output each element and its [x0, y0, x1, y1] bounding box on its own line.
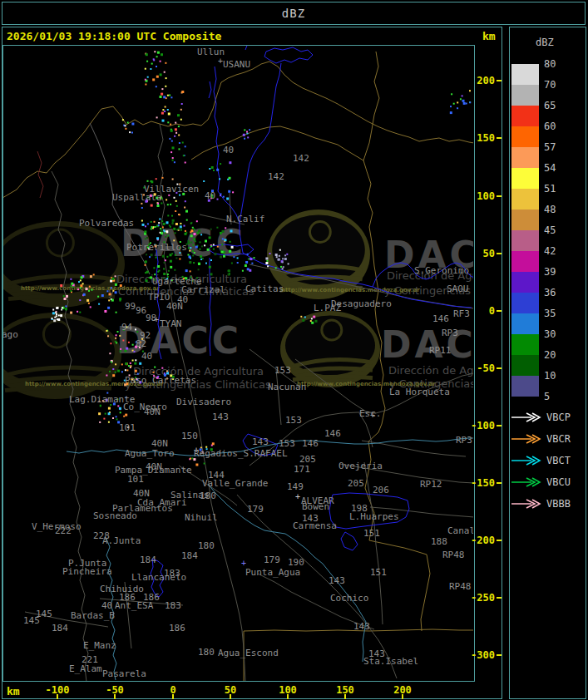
radar-echo-pixel: [246, 133, 248, 135]
y-axis-unit-label: km: [482, 30, 496, 42]
map-place-label: 188: [431, 537, 447, 546]
map-place-label: 40: [205, 191, 215, 200]
radar-echo-pixel: [106, 375, 107, 377]
radar-echo-pixel: [108, 407, 111, 410]
radar-echo-pixel: [132, 360, 134, 362]
radar-echo-pixel: [90, 306, 91, 308]
radar-echo-pixel: [171, 253, 173, 254]
map-place-label: Catitas: [245, 284, 284, 293]
radar-echo-pixel: [119, 407, 121, 410]
radar-echo-pixel: [103, 418, 105, 420]
radar-echo-pixel: [211, 166, 214, 169]
radar-echo-pixel: [77, 288, 79, 290]
radar-echo-pixel: [462, 95, 463, 96]
radar-echo-pixel: [286, 254, 288, 255]
map-place-label: 180: [200, 491, 216, 500]
radar-echo-pixel: [170, 124, 171, 126]
radar-echo-pixel: [209, 266, 211, 269]
map-place-label: Regadios_S.RAFAEL: [194, 449, 288, 458]
radar-echo-pixel: [164, 111, 166, 112]
radar-echo-pixel: [204, 463, 205, 465]
radar-echo-pixel: [146, 53, 148, 56]
radar-echo-pixel: [132, 350, 134, 352]
radar-echo-pixel: [194, 233, 196, 235]
legend-value-label: 60: [544, 121, 556, 132]
radar-echo-pixel: [204, 244, 205, 246]
map-place-label: N.Calif: [226, 214, 264, 224]
radar-echo-pixel: [168, 113, 170, 116]
radar-echo-pixel: [220, 195, 221, 196]
radar-echo-pixel: [194, 229, 195, 230]
vbbb-arrow-icon: [511, 498, 542, 510]
radar-echo-pixel: [136, 331, 138, 333]
map-viewport[interactable]: DACCDACCDACCDACCDirección de Agricultura…: [3, 46, 473, 681]
radar-echo-pixel: [167, 109, 169, 111]
radar-echo-pixel: [98, 412, 101, 415]
radar-echo-pixel: [180, 119, 182, 121]
radar-echo-pixel: [190, 458, 191, 460]
map-place-label: Esc.: [359, 409, 382, 418]
radar-echo-pixel: [175, 128, 177, 131]
radar-echo-pixel: [200, 255, 202, 258]
radar-echo-pixel: [173, 239, 175, 241]
radar-echo-pixel: [170, 204, 171, 205]
radar-echo-pixel: [457, 107, 458, 109]
radar-echo-pixel: [175, 223, 178, 225]
y-axis-tick-label: -150: [464, 477, 495, 489]
radar-echo-pixel: [57, 318, 58, 320]
radar-echo-pixel: [116, 334, 117, 336]
map-place-label: S.Geronimo: [414, 266, 469, 275]
radar-echo-pixel: [175, 122, 176, 124]
legend-value-label: 39: [544, 266, 556, 278]
radar-echo-pixel: [231, 246, 234, 249]
radar-echo-pixel: [72, 286, 74, 288]
radar-echo-pixel: [184, 225, 185, 227]
map-place-label: 40: [101, 601, 112, 610]
map-place-label: 144: [208, 471, 225, 480]
radar-echo-pixel: [161, 232, 163, 234]
map-place-label: Potrerillos: [126, 243, 187, 252]
radar-echo-pixel: [174, 269, 175, 271]
radar-echo-pixel: [77, 311, 78, 313]
map-place-label: Pasarela: [102, 669, 146, 678]
radar-echo-pixel: [53, 319, 56, 322]
map-line-river: [341, 532, 358, 550]
radar-echo-pixel: [216, 227, 218, 229]
radar-echo-pixel: [157, 271, 159, 273]
radar-echo-pixel: [175, 258, 177, 259]
radar-echo-pixel: [189, 261, 191, 264]
map-place-label: 94: [121, 323, 132, 332]
radar-echo-pixel: [186, 219, 188, 221]
y-axis-tick: [497, 540, 502, 541]
map-place-label: USANU: [223, 60, 250, 69]
radar-echo-pixel: [132, 344, 134, 346]
y-axis-tick-label: -300: [464, 649, 495, 661]
y-axis-tick: [497, 367, 502, 369]
radar-echo-pixel: [162, 255, 165, 258]
map-place-label: RP48: [449, 582, 472, 591]
x-axis-tick: [114, 694, 116, 699]
radar-echo-pixel: [157, 265, 160, 268]
radar-echo-pixel: [194, 252, 195, 254]
radar-echo-pixel: [170, 254, 172, 256]
radar-echo-pixel: [207, 249, 210, 251]
radar-echo-pixel: [151, 180, 153, 183]
radar-echo-pixel: [165, 86, 166, 87]
radar-echo-pixel: [192, 244, 194, 246]
dacc-logo-icon: [280, 311, 380, 387]
radar-echo-pixel: [165, 106, 166, 108]
radar-echo-pixel: [283, 266, 284, 268]
radar-echo-pixel: [135, 359, 136, 361]
radar-echo-pixel: [105, 413, 106, 415]
radar-echo-pixel: [171, 140, 173, 142]
radar-echo-pixel: [247, 136, 249, 138]
legend-value-label: 20: [544, 349, 556, 361]
radar-echo-pixel: [86, 288, 88, 290]
radar-echo-pixel: [178, 228, 180, 229]
radar-echo-pixel: [130, 362, 131, 364]
radar-echo-pixel: [161, 220, 163, 222]
radar-echo-pixel: [200, 241, 201, 243]
legend-color-swatch: [511, 210, 539, 230]
radar-echo-pixel: [229, 273, 230, 274]
radar-echo-pixel: [220, 163, 221, 165]
